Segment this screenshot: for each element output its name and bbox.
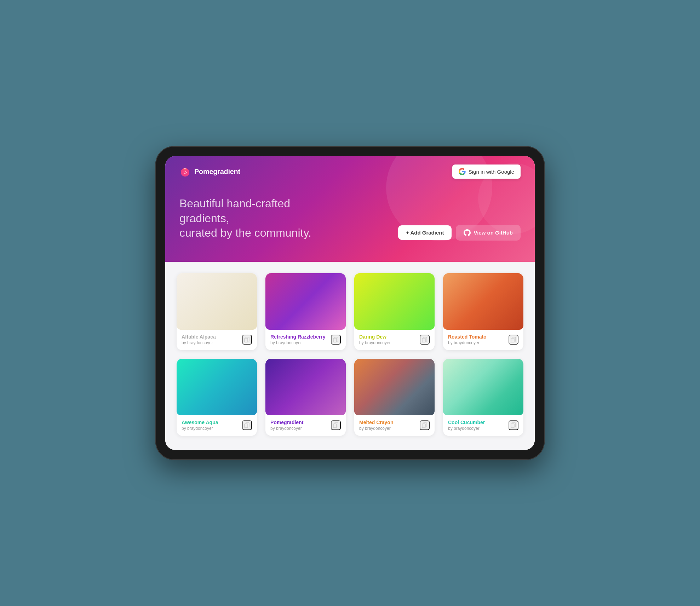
svg-point-3 — [185, 171, 186, 172]
svg-point-1 — [183, 168, 187, 171]
card-author: by braydoncoyer — [270, 340, 326, 345]
gradient-card: Daring Dew by braydoncoyer — [354, 273, 435, 350]
hero-buttons: + Add Gradient View on GitHub — [398, 225, 521, 241]
copy-icon-svg — [511, 422, 516, 428]
gradient-swatch — [265, 273, 346, 330]
gradient-swatch — [265, 359, 346, 415]
svg-point-2 — [184, 172, 185, 173]
gradient-card: Affable Alpaca by braydoncoyer — [177, 273, 257, 350]
copy-button[interactable] — [331, 335, 341, 345]
copy-button[interactable] — [420, 420, 430, 430]
gradient-swatch — [177, 273, 257, 330]
card-name: Refreshing Razzleberry — [270, 334, 326, 340]
device-frame: Pomegradient Sign in with Google Beautif… — [155, 146, 545, 460]
gradient-card: Refreshing Razzleberry by braydoncoyer — [265, 273, 346, 350]
card-name: Awesome Aqua — [182, 420, 218, 425]
svg-rect-14 — [511, 424, 514, 428]
sign-in-button[interactable]: Sign in with Google — [452, 165, 521, 179]
hero-content: Beautiful hand-crafted gradients, curate… — [179, 196, 521, 241]
svg-point-5 — [184, 173, 185, 174]
gradient-swatch — [354, 273, 435, 330]
card-info: Melted Crayon by braydoncoyer — [354, 415, 435, 436]
card-text: Affable Alpaca by braydoncoyer — [182, 334, 216, 345]
card-name: Cool Cucumber — [448, 420, 485, 425]
card-text: Roasted Tomato by braydoncoyer — [448, 334, 487, 345]
card-info: Affable Alpaca by braydoncoyer — [177, 330, 257, 350]
copy-button[interactable] — [242, 335, 252, 345]
card-info: Awesome Aqua by braydoncoyer — [177, 415, 257, 436]
svg-rect-7 — [245, 338, 248, 342]
logo-text: Pomegradient — [194, 168, 240, 176]
gradient-card: Cool Cucumber by braydoncoyer — [443, 359, 523, 436]
hero-headline: Beautiful hand-crafted gradients, curate… — [179, 196, 328, 241]
hero-section: Pomegradient Sign in with Google Beautif… — [165, 156, 535, 262]
copy-icon-svg — [244, 337, 250, 342]
gradient-card: Pomegradient by braydoncoyer — [265, 359, 346, 436]
card-author: by braydoncoyer — [270, 426, 303, 431]
card-text: Pomegradient by braydoncoyer — [270, 420, 303, 431]
card-text: Awesome Aqua by braydoncoyer — [182, 420, 218, 431]
gradient-card: Awesome Aqua by braydoncoyer — [177, 359, 257, 436]
svg-point-4 — [186, 172, 187, 173]
logo-icon — [179, 166, 191, 177]
svg-point-6 — [185, 173, 186, 174]
gradient-card: Roasted Tomato by braydoncoyer — [443, 273, 523, 350]
view-github-button[interactable]: View on GitHub — [456, 225, 521, 241]
github-icon — [464, 229, 471, 236]
card-text: Refreshing Razzleberry by braydoncoyer — [270, 334, 326, 345]
google-icon — [459, 168, 466, 175]
gradient-swatch — [443, 359, 523, 415]
copy-button[interactable] — [509, 335, 518, 345]
screen: Pomegradient Sign in with Google Beautif… — [165, 156, 535, 450]
card-author: by braydoncoyer — [448, 340, 487, 345]
svg-rect-9 — [422, 338, 425, 342]
copy-button[interactable] — [420, 335, 430, 345]
card-author: by braydoncoyer — [359, 426, 393, 431]
card-author: by braydoncoyer — [448, 426, 485, 431]
card-info: Daring Dew by braydoncoyer — [354, 330, 435, 350]
copy-button[interactable] — [242, 420, 252, 430]
gradient-swatch — [177, 359, 257, 415]
gradient-swatch — [443, 273, 523, 330]
gradient-grid-section: Affable Alpaca by braydoncoyer Refreshin… — [165, 262, 535, 450]
card-author: by braydoncoyer — [182, 426, 218, 431]
copy-icon-svg — [244, 422, 250, 428]
card-name: Daring Dew — [359, 334, 391, 340]
svg-rect-10 — [511, 338, 514, 342]
copy-icon-svg — [422, 422, 428, 428]
card-name: Melted Crayon — [359, 420, 393, 425]
svg-rect-13 — [422, 424, 425, 428]
card-info: Refreshing Razzleberry by braydoncoyer — [265, 330, 346, 350]
card-author: by braydoncoyer — [359, 340, 391, 345]
gradient-grid: Affable Alpaca by braydoncoyer Refreshin… — [177, 273, 523, 436]
card-text: Melted Crayon by braydoncoyer — [359, 420, 393, 431]
add-gradient-button[interactable]: + Add Gradient — [398, 225, 452, 240]
gradient-card: Melted Crayon by braydoncoyer — [354, 359, 435, 436]
card-info: Pomegradient by braydoncoyer — [265, 415, 346, 436]
card-text: Daring Dew by braydoncoyer — [359, 334, 391, 345]
copy-icon-svg — [422, 337, 428, 342]
card-info: Roasted Tomato by braydoncoyer — [443, 330, 523, 350]
card-author: by braydoncoyer — [182, 340, 216, 345]
copy-icon-svg — [511, 337, 516, 342]
card-text: Cool Cucumber by braydoncoyer — [448, 420, 485, 431]
svg-rect-8 — [333, 338, 337, 342]
card-name: Pomegradient — [270, 420, 303, 425]
card-name: Affable Alpaca — [182, 334, 216, 340]
gradient-swatch — [354, 359, 435, 415]
card-name: Roasted Tomato — [448, 334, 487, 340]
logo-area: Pomegradient — [179, 166, 240, 177]
copy-icon-svg — [333, 422, 339, 428]
sign-in-label: Sign in with Google — [469, 169, 514, 175]
copy-button[interactable] — [331, 420, 341, 430]
copy-button[interactable] — [509, 420, 518, 430]
navbar: Pomegradient Sign in with Google — [179, 165, 521, 179]
svg-rect-11 — [245, 424, 248, 428]
card-info: Cool Cucumber by braydoncoyer — [443, 415, 523, 436]
copy-icon-svg — [333, 337, 339, 342]
svg-rect-12 — [333, 424, 337, 428]
